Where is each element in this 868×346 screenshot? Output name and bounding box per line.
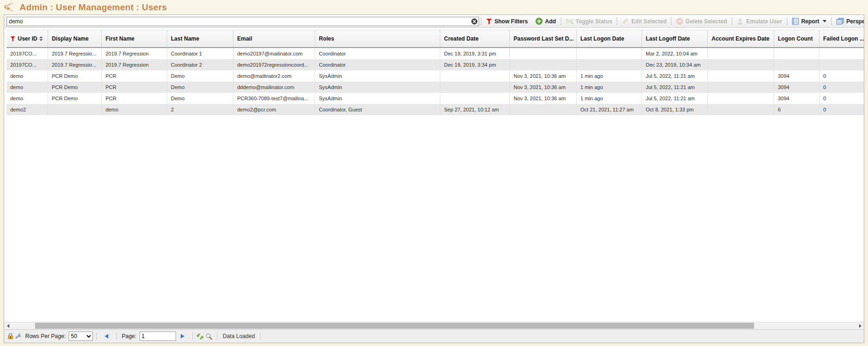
toolbar-separator — [787, 17, 787, 25]
column-label: First Name — [106, 35, 134, 42]
cell-first-name: demo — [102, 104, 167, 115]
cell-email: PCR360-7089-test7@mailina... — [233, 93, 315, 104]
cell-failed-logon: 0 — [819, 82, 864, 93]
emulate-user-button[interactable]: Emulate User — [734, 17, 785, 26]
search-input[interactable] — [7, 17, 479, 26]
cell-display-name — [48, 104, 102, 115]
table-row[interactable]: demoPCR DemoPCRDemoPCR360-7089-test7@mai… — [7, 93, 864, 104]
cell-logon-count: 3094 — [774, 82, 819, 93]
lock-icon[interactable] — [7, 333, 14, 339]
cell-last-name: Demo — [167, 82, 233, 93]
horizontal-scrollbar[interactable] — [4, 322, 864, 329]
cell-email: demo2@pcr.com — [233, 104, 315, 115]
column-label: Last Logon Date — [580, 35, 624, 42]
footer-separator — [192, 332, 193, 340]
refresh-icon[interactable] — [196, 333, 204, 340]
report-button[interactable]: Report — [789, 17, 829, 26]
cell-created-date — [440, 82, 510, 93]
cell-failed-logon: 0 — [819, 104, 864, 115]
cell-user-id: 20197CO... — [7, 59, 48, 70]
cell-last-logon-date: 1 min ago — [577, 82, 642, 93]
report-label: Report — [801, 18, 819, 25]
show-filters-button[interactable]: Show Filters — [483, 17, 530, 26]
column-filter-icon — [10, 36, 15, 42]
cell-created-date: Sep 27, 2021, 10:12 am — [440, 104, 510, 115]
scroll-right-button[interactable] — [856, 322, 864, 329]
previous-page-button[interactable] — [105, 334, 108, 339]
page-number-input[interactable] — [140, 332, 176, 341]
perspectives-button[interactable]: Perspectives — [833, 17, 864, 26]
cell-first-name: 2019.7 Regression — [102, 48, 167, 59]
column-header-created-date[interactable]: Created Date — [440, 30, 510, 47]
cell-user-id: demo — [7, 70, 48, 82]
wrench-icon[interactable] — [15, 333, 22, 339]
table-row[interactable]: demoPCR DemoPCRDemodddemo@mailinator.com… — [7, 82, 864, 93]
column-label: Logon Count — [778, 35, 813, 42]
users-table: User IDDisplay NameFirst NameLast NameEm… — [4, 30, 864, 322]
scrollbar-thumb[interactable] — [35, 323, 754, 329]
cell-first-name: 2019.7 Regression — [102, 59, 167, 70]
emulate-user-label: Emulate User — [746, 18, 782, 25]
column-header-last-logoff-date[interactable]: Last Logoff Date — [642, 30, 708, 47]
scroll-left-button[interactable] — [4, 322, 12, 329]
add-label: Add — [545, 18, 556, 25]
cell-failed-logon — [819, 48, 864, 59]
column-header-roles[interactable]: Roles — [315, 30, 440, 47]
edit-selected-button[interactable]: Edit Selected — [619, 17, 669, 26]
cell-account-expires-date — [708, 93, 774, 104]
cell-roles: SysAdmin — [315, 70, 440, 82]
cell-logon-count — [774, 48, 819, 59]
cell-email: demo@mailinator2.com — [233, 70, 315, 82]
cell-account-expires-date — [708, 48, 774, 59]
column-header-failed-logon[interactable]: Failed Logon ... — [819, 30, 864, 47]
cell-last-logon-date — [577, 59, 642, 70]
toolbar-separator — [617, 17, 617, 25]
column-header-last-name[interactable]: Last Name — [167, 30, 233, 47]
cell-user-id: 20197CO... — [7, 48, 48, 59]
show-filters-label: Show Filters — [494, 18, 528, 25]
column-header-display-name[interactable]: Display Name — [48, 30, 102, 47]
delete-selected-button[interactable]: Delete Selected — [673, 17, 730, 26]
rows-per-page-select[interactable]: 50 — [69, 332, 93, 341]
title-bar: Admin : User Management : Users — [0, 0, 868, 14]
chevron-down-icon — [823, 20, 826, 22]
column-header-email[interactable]: Email — [233, 30, 315, 47]
column-header-password-last-set[interactable]: Password Last Set D... — [510, 30, 577, 47]
column-label: Created Date — [444, 35, 479, 42]
cell-created-date — [440, 93, 510, 104]
toggle-status-button[interactable]: Toggle Status — [563, 17, 615, 26]
table-row[interactable]: demo2demo2demo2@pcr.comCoordinator, Gues… — [7, 104, 864, 115]
cell-roles: Coordinator, Guest — [315, 104, 440, 115]
add-button[interactable]: Add — [533, 17, 558, 26]
cell-password-last-set: Nov 3, 2021, 10:36 am — [510, 93, 577, 104]
table-header-row: User IDDisplay NameFirst NameLast NameEm… — [7, 30, 864, 48]
cell-first-name: PCR — [102, 93, 167, 104]
cell-password-last-set — [510, 59, 577, 70]
table-row[interactable]: 20197CO...2019.7 Regressio...2019.7 Regr… — [7, 48, 864, 59]
toolbar-separator — [732, 17, 732, 25]
filter-funnel-icon — [486, 19, 492, 24]
table-body: 20197CO...2019.7 Regressio...2019.7 Regr… — [7, 48, 864, 115]
column-header-user-id[interactable]: User ID — [7, 30, 48, 47]
footer-separator — [96, 332, 97, 340]
column-header-last-logon-date[interactable]: Last Logon Date — [577, 30, 642, 47]
search-box — [7, 17, 479, 26]
cell-last-logoff-date: Dec 23, 2019, 10:34 am — [642, 59, 708, 70]
user-icon — [737, 18, 744, 25]
cell-last-name: Demo — [167, 70, 233, 82]
clear-search-icon[interactable] — [471, 18, 478, 25]
column-header-account-expires-date[interactable]: Account Expires Date — [708, 30, 774, 47]
magnifier-icon[interactable] — [205, 333, 212, 340]
column-label: Display Name — [52, 35, 89, 42]
cell-user-id: demo — [7, 82, 48, 93]
next-page-button[interactable] — [181, 334, 184, 339]
toolbar-separator — [530, 17, 531, 25]
scrollbar-track[interactable] — [12, 322, 856, 329]
page-title: Admin : User Management : Users — [20, 2, 167, 13]
table-row[interactable]: demoPCR DemoPCRDemodemo@mailinator2.comS… — [7, 70, 864, 82]
right-arrow-icon — [859, 324, 861, 328]
column-header-logon-count[interactable]: Logon Count — [774, 30, 819, 47]
cell-created-date: Dec 19, 2019, 3:34 pm — [440, 59, 510, 70]
column-header-first-name[interactable]: First Name — [102, 30, 167, 47]
table-row[interactable]: 20197CO...2019.7 Regressio...2019.7 Regr… — [7, 59, 864, 70]
